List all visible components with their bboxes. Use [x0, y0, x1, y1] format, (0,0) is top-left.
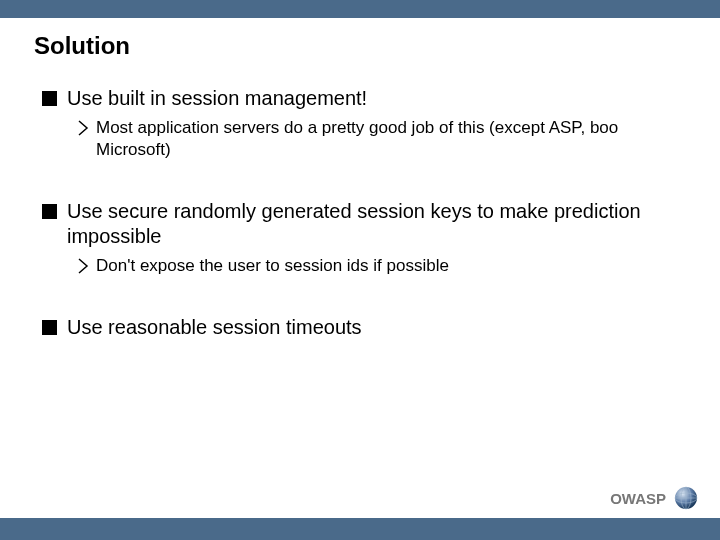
square-bullet-icon	[42, 320, 57, 335]
slide-content: Use built in session management! Most ap…	[0, 86, 720, 340]
bullet-level2: Don't expose the user to session ids if …	[78, 255, 678, 277]
bullet-level2: Most application servers do a pretty goo…	[78, 117, 678, 161]
slide-title: Solution	[34, 32, 720, 60]
bullet-text: Use built in session management!	[67, 86, 367, 111]
top-bar	[0, 0, 720, 18]
brand-label: OWASP	[610, 490, 666, 507]
sub-bullet-text: Don't expose the user to session ids if …	[96, 255, 449, 277]
bullet-level1: Use built in session management!	[42, 86, 678, 111]
bullet-level1: Use secure randomly generated session ke…	[42, 199, 678, 249]
globe-icon	[674, 486, 698, 510]
sub-bullet-text: Most application servers do a pretty goo…	[96, 117, 678, 161]
bullet-text: Use reasonable session timeouts	[67, 315, 362, 340]
brand-area: OWASP	[610, 486, 698, 510]
chevron-icon	[78, 258, 90, 274]
chevron-icon	[78, 120, 90, 136]
square-bullet-icon	[42, 204, 57, 219]
bottom-bar	[0, 518, 720, 540]
square-bullet-icon	[42, 91, 57, 106]
bullet-level1: Use reasonable session timeouts	[42, 315, 678, 340]
bullet-text: Use secure randomly generated session ke…	[67, 199, 678, 249]
footer	[0, 518, 720, 540]
